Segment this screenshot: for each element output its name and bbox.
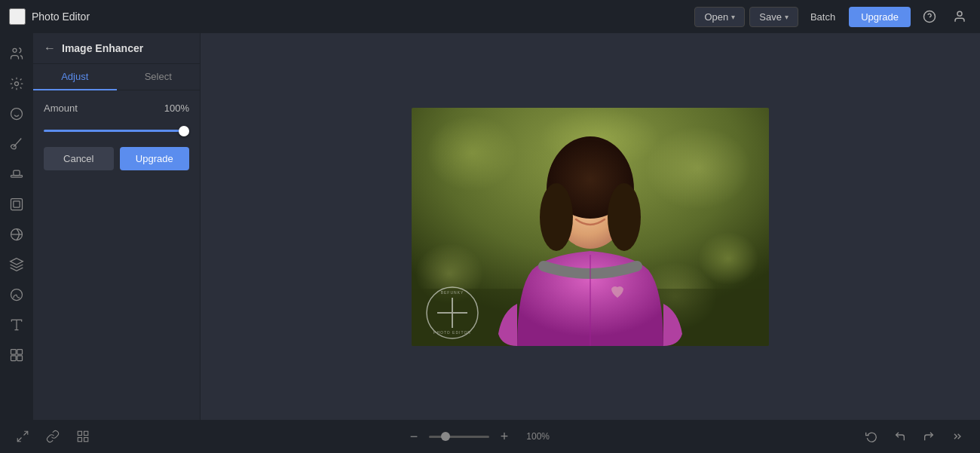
zoom-out-button[interactable]: − bbox=[405, 427, 423, 445]
topbar-left: Photo Editor bbox=[9, 8, 688, 25]
forward-button[interactable] bbox=[947, 426, 968, 447]
svg-rect-46 bbox=[78, 438, 81, 442]
svg-rect-17 bbox=[11, 350, 17, 355]
bottombar-left bbox=[12, 426, 93, 447]
icon-sidebar bbox=[0, 33, 33, 420]
svg-text:BEFUNKY: BEFUNKY bbox=[441, 290, 464, 295]
panel: ← Image Enhancer Adjust Select Amount 10… bbox=[33, 33, 201, 420]
bottombar-center: − + 100% bbox=[405, 427, 550, 445]
sidebar-icon-overlays[interactable] bbox=[4, 222, 29, 247]
topbar: Photo Editor Open ▾ Save ▾ Batch Upgrade bbox=[0, 0, 980, 33]
redo-button[interactable] bbox=[918, 426, 939, 447]
save-chevron-icon: ▾ bbox=[785, 13, 789, 21]
svg-point-22 bbox=[427, 115, 517, 191]
svg-point-4 bbox=[15, 82, 19, 86]
zoom-in-button[interactable]: + bbox=[495, 427, 513, 445]
zoom-slider[interactable] bbox=[429, 436, 489, 438]
panel-body: Amount 100% Cancel Upgrade bbox=[33, 90, 200, 420]
app-title: Photo Editor bbox=[32, 11, 90, 23]
svg-rect-18 bbox=[17, 350, 23, 355]
panel-tabs: Adjust Select bbox=[33, 64, 200, 90]
svg-point-2 bbox=[957, 11, 962, 16]
main-area: ← Image Enhancer Adjust Select Amount 10… bbox=[0, 33, 980, 420]
menu-button[interactable] bbox=[9, 8, 26, 25]
sidebar-icon-face[interactable] bbox=[4, 101, 29, 127]
svg-rect-20 bbox=[17, 356, 23, 361]
tab-adjust[interactable]: Adjust bbox=[33, 64, 117, 90]
user-button[interactable] bbox=[948, 5, 971, 28]
svg-rect-11 bbox=[14, 201, 20, 207]
svg-rect-19 bbox=[11, 356, 17, 361]
tab-select[interactable]: Select bbox=[117, 64, 201, 90]
link-icon[interactable] bbox=[42, 426, 63, 447]
sidebar-icon-brush[interactable] bbox=[4, 131, 29, 157]
sidebar-icon-stickers[interactable] bbox=[4, 282, 29, 308]
amount-slider[interactable] bbox=[44, 130, 189, 132]
canvas-area: BEFUNKY PHOTO EDITOR bbox=[201, 33, 980, 420]
svg-rect-9 bbox=[14, 170, 20, 176]
sidebar-icon-frames[interactable] bbox=[4, 191, 29, 217]
sidebar-icon-text[interactable] bbox=[4, 312, 29, 338]
svg-rect-45 bbox=[84, 431, 88, 435]
svg-point-3 bbox=[13, 48, 17, 52]
upgrade-button[interactable]: Upgrade bbox=[849, 7, 911, 27]
sidebar-icon-stamp[interactable] bbox=[4, 161, 29, 187]
svg-text:PHOTO EDITOR: PHOTO EDITOR bbox=[433, 330, 471, 335]
open-chevron-icon: ▾ bbox=[731, 13, 735, 21]
sidebar-icon-layers[interactable] bbox=[4, 252, 29, 277]
zoom-value: 100% bbox=[519, 431, 550, 442]
open-button[interactable]: Open ▾ bbox=[694, 7, 745, 27]
canvas-image-wrapper: BEFUNKY PHOTO EDITOR bbox=[412, 108, 769, 346]
svg-rect-10 bbox=[11, 199, 23, 210]
svg-point-34 bbox=[540, 183, 573, 251]
amount-value: 100% bbox=[164, 103, 189, 114]
topbar-right: Upgrade bbox=[849, 5, 971, 28]
batch-button[interactable]: Batch bbox=[803, 8, 843, 26]
svg-rect-47 bbox=[84, 438, 88, 442]
bottombar: − + 100% bbox=[0, 420, 980, 453]
fullscreen-icon[interactable] bbox=[12, 426, 33, 447]
grid-icon[interactable] bbox=[72, 426, 93, 447]
sidebar-icon-people[interactable] bbox=[4, 41, 29, 66]
bottombar-right bbox=[861, 426, 968, 447]
upgrade-panel-button[interactable]: Upgrade bbox=[120, 147, 190, 170]
svg-point-23 bbox=[645, 127, 751, 210]
panel-header: ← Image Enhancer bbox=[33, 33, 200, 64]
help-button[interactable] bbox=[918, 5, 941, 28]
save-button[interactable]: Save ▾ bbox=[749, 7, 798, 27]
sidebar-icon-more[interactable] bbox=[4, 342, 29, 368]
svg-line-42 bbox=[24, 431, 28, 435]
topbar-center: Open ▾ Save ▾ Batch bbox=[694, 7, 843, 27]
svg-point-35 bbox=[608, 183, 641, 251]
undo-button[interactable] bbox=[890, 426, 911, 447]
refresh-button[interactable] bbox=[861, 426, 882, 447]
amount-row: Amount 100% bbox=[44, 103, 189, 114]
panel-actions: Cancel Upgrade bbox=[44, 147, 189, 170]
svg-rect-44 bbox=[78, 431, 81, 435]
cancel-button[interactable]: Cancel bbox=[44, 147, 114, 170]
canvas-image: BEFUNKY PHOTO EDITOR bbox=[412, 108, 769, 346]
svg-point-5 bbox=[11, 109, 23, 120]
amount-label: Amount bbox=[44, 103, 78, 114]
back-button[interactable]: ← bbox=[44, 42, 56, 54]
panel-title: Image Enhancer bbox=[62, 42, 143, 54]
svg-line-43 bbox=[17, 438, 21, 442]
sidebar-icon-effects[interactable] bbox=[4, 71, 29, 96]
